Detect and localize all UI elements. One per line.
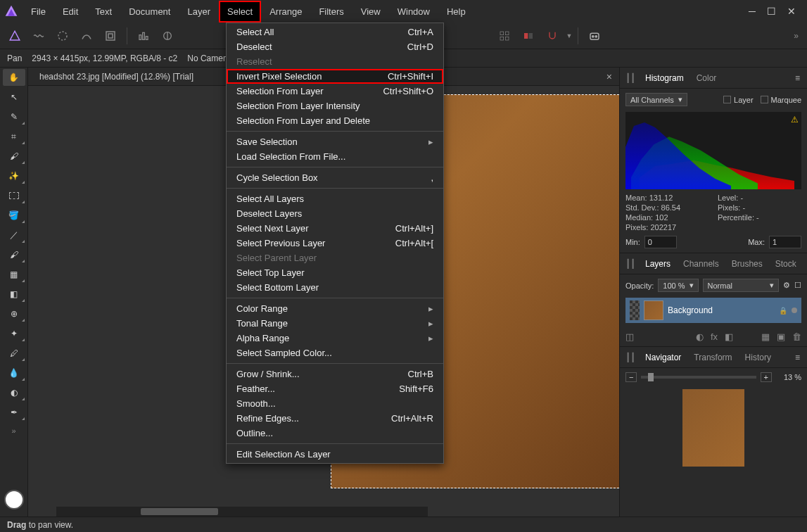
toolbar-autolevels-icon[interactable] — [133, 25, 154, 46]
persona-tone-icon[interactable] — [76, 25, 97, 46]
close-button[interactable]: ✕ — [787, 6, 796, 17]
menuitem-alpha-range[interactable]: Alpha Range▸ — [227, 331, 443, 346]
flood-select-tool-icon[interactable]: ✨ — [3, 167, 25, 184]
menu-select[interactable]: Select — [219, 1, 261, 23]
histogram-marquee-checkbox[interactable]: Marquee — [761, 96, 801, 104]
histogram-min-input[interactable] — [644, 236, 677, 248]
menu-edit[interactable]: Edit — [54, 1, 87, 23]
menuitem-select-top-layer[interactable]: Select Top Layer — [227, 265, 443, 280]
panel-grip-icon[interactable]: ┃┃ — [623, 353, 638, 362]
horizontal-scrollbar[interactable] — [56, 507, 428, 517]
tools-expand-icon[interactable]: » — [11, 426, 15, 435]
zoom-in-button[interactable]: + — [761, 372, 772, 382]
menuitem-save-selection[interactable]: Save Selection▸ — [227, 134, 443, 149]
menu-layer[interactable]: Layer — [179, 1, 219, 23]
tab-histogram[interactable]: Histogram — [640, 69, 690, 87]
selection-brush-tool-icon[interactable]: 🖌 — [3, 148, 25, 165]
menuitem-selection-from-layer-and-delete[interactable]: Selection From Layer and Delete — [227, 113, 443, 128]
menu-file[interactable]: File — [23, 1, 54, 23]
tab-stock[interactable]: Stock — [770, 255, 802, 273]
color-swatch[interactable] — [4, 490, 24, 509]
panel-menu-icon[interactable]: ≡ — [791, 353, 804, 362]
menu-text[interactable]: Text — [87, 1, 120, 23]
toolbar-snapping-icon[interactable] — [542, 25, 563, 46]
persona-photo-icon[interactable] — [4, 25, 25, 46]
blur-brush-tool-icon[interactable]: ◐ — [3, 384, 25, 401]
pixel-tool-icon[interactable]: ▦ — [3, 266, 25, 283]
panel-menu-icon[interactable]: ≡ — [803, 259, 807, 269]
panel-menu-icon[interactable]: ≡ — [791, 73, 804, 83]
opacity-dropdown[interactable]: 100 %▾ — [658, 279, 698, 292]
menuitem-outline-[interactable]: Outline... — [227, 426, 443, 441]
menuitem-smooth-[interactable]: Smooth... — [227, 396, 443, 411]
live-filter-icon[interactable]: ◧ — [725, 331, 733, 342]
menuitem-deselect[interactable]: DeselectCtrl+D — [227, 39, 443, 54]
group-layers-icon[interactable]: ▣ — [777, 331, 785, 342]
view-tool-icon[interactable]: ✋ — [3, 69, 25, 86]
toolbar-overflow-icon[interactable]: » — [794, 31, 803, 41]
layer-row[interactable]: Background — [625, 298, 801, 323]
menuitem-selection-from-layer[interactable]: Selection From LayerCtrl+Shift+O — [227, 84, 443, 99]
tab-channels[interactable]: Channels — [678, 255, 725, 273]
close-document-icon[interactable]: × — [604, 71, 615, 82]
toolbar-split-icon[interactable] — [518, 25, 539, 46]
layer-add-icon[interactable]: ☐ — [794, 281, 801, 290]
navigator-preview[interactable] — [682, 389, 744, 467]
menuitem-select-bottom-layer[interactable]: Select Bottom Layer — [227, 280, 443, 295]
menuitem-cycle-selection-box[interactable]: Cycle Selection Box, — [227, 170, 443, 185]
adjustment-layer-icon[interactable]: ◐ — [696, 331, 704, 342]
persona-export-icon[interactable] — [100, 25, 121, 46]
menu-arrange[interactable]: Arrange — [261, 1, 310, 23]
menuitem-select-all[interactable]: Select AllCtrl+A — [227, 25, 443, 39]
toolbar-assistant-icon[interactable] — [584, 25, 605, 46]
layer-settings-icon[interactable]: ⚙ — [783, 281, 790, 290]
persona-liquify-icon[interactable] — [28, 25, 49, 46]
fx-layer-icon[interactable]: fx — [711, 331, 718, 342]
crop-tool-icon[interactable]: ⌗ — [3, 128, 25, 145]
histogram-max-input[interactable] — [769, 236, 801, 248]
delete-layer-icon[interactable]: 🗑 — [792, 331, 801, 342]
document-tab[interactable]: headshot 23.jpg [Modified] (12.8%) [Tria… — [34, 69, 199, 84]
dodge-brush-tool-icon[interactable]: 🖊 — [3, 345, 25, 362]
layer-tag-icon[interactable] — [792, 308, 797, 313]
color-picker-tool-icon[interactable]: ✎ — [3, 108, 25, 125]
histogram-layer-checkbox[interactable]: Layer — [723, 96, 754, 104]
menu-help[interactable]: Help — [438, 1, 474, 23]
marquee-tool-icon[interactable] — [3, 187, 25, 204]
menuitem-invert-pixel-selection[interactable]: Invert Pixel SelectionCtrl+Shift+I — [227, 69, 443, 84]
menuitem-select-previous-layer[interactable]: Select Previous LayerCtrl+Alt+[ — [227, 236, 443, 251]
menuitem-edit-selection-as-layer[interactable]: Edit Selection As Layer — [227, 447, 443, 462]
add-pixel-layer-icon[interactable]: ▦ — [761, 331, 770, 342]
menu-view[interactable]: View — [352, 1, 389, 23]
menuitem-tonal-range[interactable]: Tonal Range▸ — [227, 316, 443, 331]
toolbar-grid-icon[interactable] — [494, 25, 515, 46]
tab-color[interactable]: Color — [691, 69, 723, 87]
layer-visibility-icon[interactable] — [630, 300, 640, 320]
toolbar-autocontrast-icon[interactable] — [157, 25, 178, 46]
menuitem-color-range[interactable]: Color Range▸ — [227, 301, 443, 316]
blend-mode-dropdown[interactable]: Normal▾ — [703, 279, 779, 292]
erase-brush-tool-icon[interactable]: ◧ — [3, 286, 25, 303]
gradient-tool-icon[interactable]: ／ — [3, 227, 25, 243]
menu-window[interactable]: Window — [389, 1, 438, 23]
histogram-channel-dropdown[interactable]: All Channels▾ — [625, 93, 687, 106]
tab-transform[interactable]: Transform — [688, 348, 737, 367]
menuitem-select-all-layers[interactable]: Select All Layers — [227, 191, 443, 206]
menuitem-refine-edges-[interactable]: Refine Edges...Ctrl+Alt+R — [227, 411, 443, 426]
zoom-out-button[interactable]: − — [625, 372, 637, 382]
menu-filters[interactable]: Filters — [310, 1, 352, 23]
move-tool-icon[interactable]: ↖ — [3, 89, 25, 106]
menu-document[interactable]: Document — [120, 1, 179, 23]
minimize-button[interactable]: ─ — [749, 6, 756, 17]
menuitem-select-next-layer[interactable]: Select Next LayerCtrl+Alt+] — [227, 221, 443, 236]
tab-brushes[interactable]: Brushes — [726, 255, 768, 273]
maximize-button[interactable]: ☐ — [767, 6, 776, 17]
tab-layers[interactable]: Layers — [640, 255, 676, 273]
lock-icon[interactable] — [779, 305, 787, 315]
tab-navigator[interactable]: Navigator — [640, 348, 687, 367]
menuitem-select-sampled-color-[interactable]: Select Sampled Color... — [227, 346, 443, 360]
menuitem-load-selection-from-file-[interactable]: Load Selection From File... — [227, 149, 443, 164]
smudge-brush-tool-icon[interactable]: 💧 — [3, 365, 25, 381]
inpainting-brush-tool-icon[interactable]: ✦ — [3, 325, 25, 342]
pen-tool-icon[interactable]: ✒ — [3, 404, 25, 421]
